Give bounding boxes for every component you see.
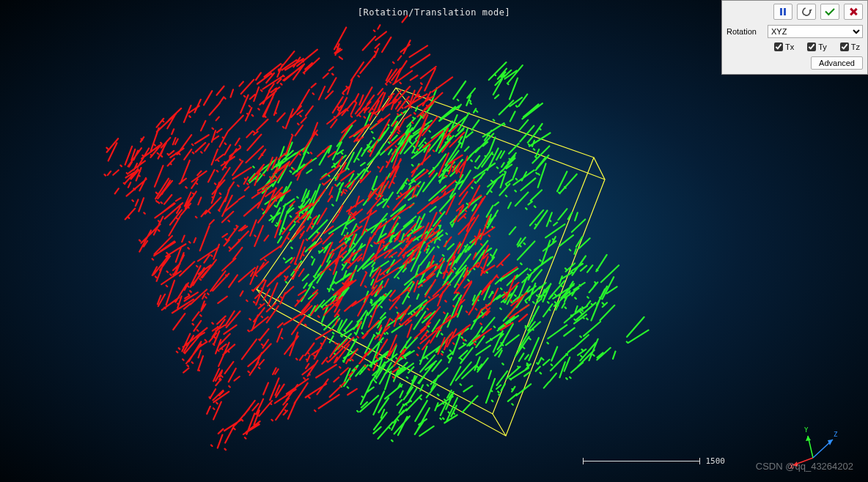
check-icon <box>825 6 834 15</box>
tz-label: Tz <box>851 42 860 51</box>
reset-icon <box>801 6 812 18</box>
svg-marker-1 <box>257 88 594 414</box>
tx-check[interactable]: Tx <box>774 42 794 51</box>
translation-row: Tx Ty Tz <box>722 40 867 53</box>
transform-panel: Rotation XYZ Tx Ty Tz Advanced <box>721 0 868 75</box>
scalebar-value: 1500 <box>706 456 726 466</box>
svg-line-2 <box>396 88 411 106</box>
tz-checkbox[interactable] <box>840 42 849 51</box>
mode-label: [Rotation/Translation mode] <box>358 7 511 18</box>
scalebar-line <box>583 461 700 461</box>
svg-marker-11 <box>828 440 833 445</box>
rotation-label: Rotation <box>727 27 765 36</box>
tx-checkbox[interactable] <box>774 42 783 51</box>
rotation-row: Rotation XYZ <box>722 23 867 40</box>
cancel-button[interactable] <box>844 4 863 20</box>
pointcloud-red <box>105 16 529 451</box>
ty-check[interactable]: Ty <box>807 42 827 51</box>
advanced-button[interactable]: Advanced <box>811 56 863 70</box>
ty-label: Ty <box>818 42 827 51</box>
svg-line-5 <box>257 289 271 308</box>
pause-button[interactable] <box>773 4 792 20</box>
svg-marker-0 <box>271 106 605 436</box>
svg-line-3 <box>594 157 605 179</box>
reset-button[interactable] <box>797 4 816 20</box>
svg-line-4 <box>493 414 506 436</box>
close-icon <box>849 7 858 16</box>
watermark: CSDN @qq_43264202 <box>756 461 853 472</box>
tz-check[interactable]: Tz <box>840 42 860 51</box>
pointcloud-green <box>249 62 648 441</box>
confirm-button[interactable] <box>820 4 839 20</box>
pause-icon <box>780 8 786 15</box>
rotation-select[interactable]: XYZ <box>768 25 863 38</box>
ty-checkbox[interactable] <box>807 42 816 51</box>
tx-label: Tx <box>785 42 794 51</box>
svg-marker-9 <box>806 436 811 441</box>
axis-y-label: Y <box>804 426 809 434</box>
scale-bar: 1500 <box>583 456 726 466</box>
axis-z-label: Z <box>834 431 838 438</box>
panel-toolbar <box>722 1 867 23</box>
bounding-box <box>257 88 605 436</box>
